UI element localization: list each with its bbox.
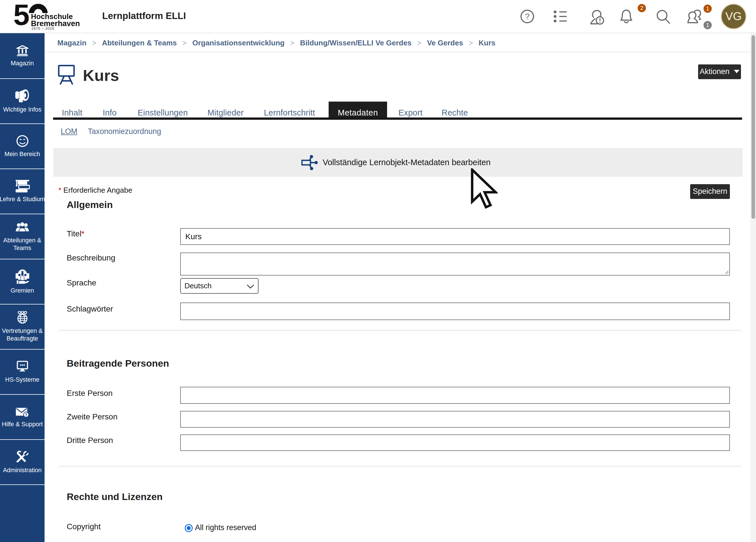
svg-text:5: 5 [13,2,30,31]
svg-text:?: ? [25,412,27,417]
svg-text:1975 – 2025: 1975 – 2025 [31,26,54,31]
svg-text:?: ? [525,12,530,21]
